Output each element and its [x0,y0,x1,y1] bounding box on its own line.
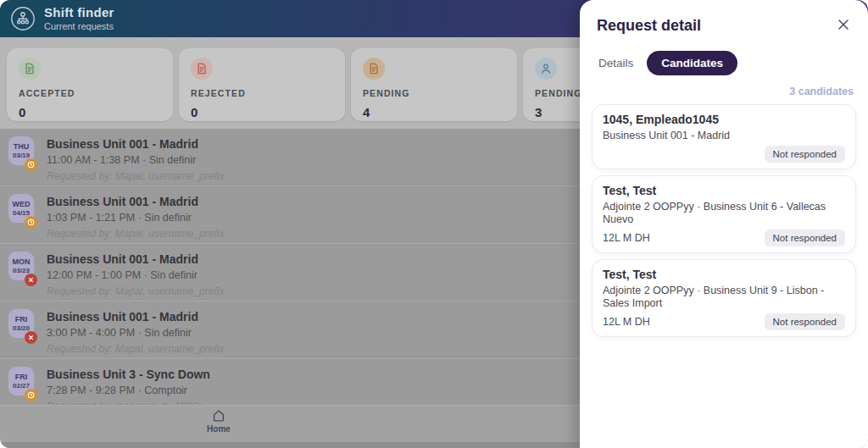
stat-card[interactable]: REJECTED 0 [179,48,345,121]
close-icon[interactable] [836,17,851,32]
stat-icon [191,58,213,80]
request-time: 1:03 PM - 1:21 PM · Sin definir [47,213,224,224]
page-title: Shift finder [44,6,114,19]
shift-network-icon [10,6,36,31]
date-badge-day: MON [13,258,31,266]
stat-icon [535,58,557,80]
date-badge-date: 04/15 [13,210,30,217]
request-title: Business Unit 001 - Madrid [47,136,224,150]
candidate-name: Test, Test [603,268,845,281]
stat-label: REJECTED [191,88,333,98]
request-title: Business Unit 001 - Madrid [47,309,224,323]
candidate-detail: Adjointe 2 OOPPyy · Business Unit 9 - Li… [603,285,845,310]
candidate-card[interactable]: Test, Test Adjointe 2 OOPPyy · Business … [592,259,856,337]
stat-value: 0 [191,105,333,119]
date-badge-day: THU [14,143,30,151]
home-icon [211,408,226,423]
request-time: 3:00 PM - 4:00 PM · Sin definir [47,328,224,339]
request-requested-by: Requested by: Mapal, username_prefix [47,344,224,354]
request-status-icon [25,331,37,344]
request-requested-by: Requested by: Mapal, username_prefix [47,286,224,296]
stat-card[interactable]: PENDING 4 [351,48,517,121]
request-status-icon [25,389,37,401]
candidate-name: Test, Test [603,184,845,197]
date-badge-date: 03/23 [13,268,30,274]
date-badge-date: 02/27 [13,383,30,390]
date-badge-day: FRI [15,316,28,324]
request-status-icon [25,274,37,286]
nav-item-home-label: Home [200,424,237,434]
candidates-count: 3 candidates [592,86,856,97]
stat-icon [363,58,385,80]
candidate-detail: Business Unit 001 - Madrid [603,130,845,142]
candidate-name: 1045, Empleado1045 [603,113,845,126]
shift-finder-app: Shift finder Current requests ACCEPTED 0 [0,0,868,448]
candidate-tags: 12L M DH [603,316,650,328]
request-time: 11:00 AM - 1:38 PM · Sin definir [47,155,224,166]
bottom-edge [0,442,580,448]
request-requested-by: Requested by: Mapal, username_prefix [47,229,224,239]
request-title: Business Unit 001 - Madrid [47,252,224,265]
stat-value: 0 [19,105,161,119]
candidate-list: 1045, Empleado1045 Business Unit 001 - M… [592,104,856,337]
date-badge-day: WED [13,201,31,208]
tab[interactable]: Details [598,51,633,75]
stat-icon [19,58,41,80]
candidate-status-badge: Not responded [765,146,845,163]
request-status-icon [25,216,37,229]
tab[interactable]: Candidates [647,51,737,75]
stat-label: PENDING [363,88,505,98]
stat-label: ACCEPTED [19,88,161,98]
request-title: Business Unit 3 - Sync Down [47,367,210,380]
panel-tabs: Details Candidates [598,51,856,75]
candidate-status-badge: Not responded [765,313,845,330]
date-badge-date: 03/20 [13,325,30,332]
candidate-tags: 12L M DH [603,232,650,244]
stat-value: 4 [363,105,505,119]
candidate-card[interactable]: 1045, Empleado1045 Business Unit 001 - M… [592,104,856,169]
request-time: 12:00 PM - 1:00 PM · Sin definir [47,270,224,281]
candidate-detail: Adjointe 2 OOPPyy · Business Unit 6 - Va… [603,201,845,226]
request-detail-panel: Request detail Details Candidates 3 cand… [580,0,868,448]
request-title: Business Unit 001 - Madrid [47,194,224,207]
bottom-nav: Home [0,405,580,442]
date-badge-day: FRI [15,373,28,381]
panel-title: Request detail [597,17,856,35]
request-requested-by: Requested by: Mapal, username_prefix [47,171,224,181]
page-subtitle: Current requests [44,22,114,31]
candidate-status-badge: Not responded [765,230,845,246]
nav-item-home[interactable]: Home [200,408,237,434]
request-status-icon [25,158,37,171]
stat-card[interactable]: ACCEPTED 0 [7,48,173,121]
request-time: 7:28 PM - 9:28 PM · Comptoir [47,385,210,396]
date-badge-date: 03/19 [13,152,30,159]
candidate-card[interactable]: Test, Test Adjointe 2 OOPPyy · Business … [592,175,856,253]
